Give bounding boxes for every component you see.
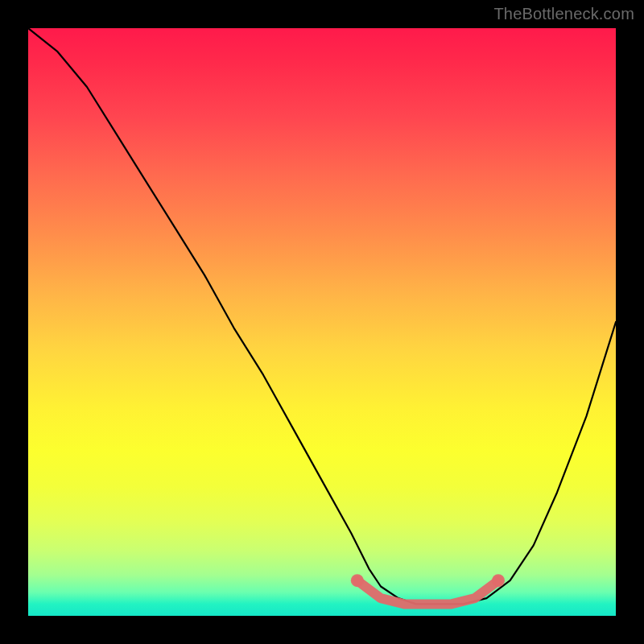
watermark-text: TheBottleneck.com bbox=[493, 5, 634, 23]
chart-frame: TheBottleneck.com bbox=[0, 0, 644, 644]
chart-overlay bbox=[28, 28, 616, 616]
plot-area bbox=[28, 28, 616, 616]
optimal-range-end-dot bbox=[351, 574, 364, 587]
bottleneck-curve bbox=[28, 28, 616, 604]
optimal-range-end-dot bbox=[492, 574, 505, 587]
